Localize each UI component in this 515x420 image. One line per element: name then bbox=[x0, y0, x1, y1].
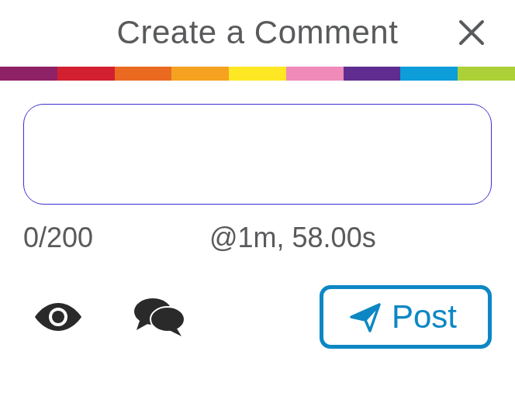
rainbow-divider bbox=[0, 67, 515, 81]
input-meta-row: 0/200 @1m, 58.00s bbox=[23, 222, 492, 254]
comments-button[interactable] bbox=[124, 294, 194, 340]
post-button-label: Post bbox=[392, 298, 457, 336]
close-button[interactable] bbox=[456, 17, 487, 48]
comments-icon bbox=[132, 296, 186, 338]
actions-row: Post bbox=[0, 285, 515, 349]
svg-point-5 bbox=[150, 307, 185, 332]
timestamp-label: @1m, 58.00s bbox=[209, 222, 492, 254]
post-button[interactable]: Post bbox=[320, 285, 492, 349]
comment-input[interactable] bbox=[23, 104, 492, 205]
svg-point-3 bbox=[52, 311, 64, 323]
close-icon bbox=[458, 19, 486, 46]
eye-icon bbox=[33, 300, 84, 334]
dialog-title: Create a Comment bbox=[117, 14, 399, 51]
dialog-body: 0/200 @1m, 58.00s bbox=[0, 81, 515, 254]
char-counter: 0/200 bbox=[23, 222, 209, 254]
visibility-button[interactable] bbox=[23, 294, 93, 340]
dialog-header: Create a Comment bbox=[0, 0, 515, 67]
send-icon bbox=[350, 301, 381, 332]
